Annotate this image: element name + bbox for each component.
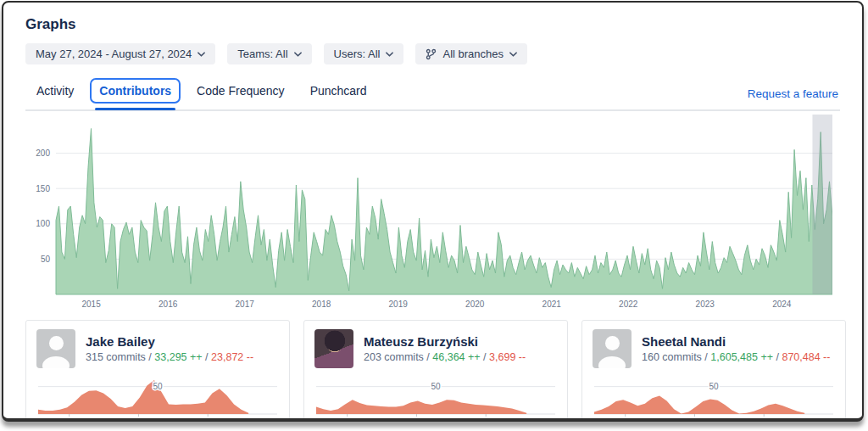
svg-text:50: 50 — [431, 382, 441, 391]
svg-text:2019: 2019 — [389, 299, 409, 309]
contributor-name: Sheetal Nandi — [642, 334, 830, 349]
separator: / — [205, 351, 208, 363]
screenshot-frame: Graphs May 27, 2024 - August 27, 2024 Te… — [2, 1, 864, 422]
users-label: Users: All — [334, 48, 381, 60]
commit-count: 160 commits — [642, 351, 702, 363]
tab-code-frequency[interactable]: Code Frequency — [187, 78, 294, 104]
svg-text:JUNE: JUNE — [337, 419, 357, 422]
chevron-down-icon — [386, 52, 393, 57]
contributor-card: Mateusz Burzyński 203 commits / 46,364 +… — [303, 320, 568, 422]
tab-activity[interactable]: Activity — [27, 78, 83, 104]
svg-text:2023: 2023 — [696, 299, 715, 309]
page-title: Graphs — [25, 16, 840, 33]
users-filter[interactable]: Users: All — [324, 43, 404, 64]
svg-text:150: 150 — [36, 184, 50, 193]
svg-text:2022: 2022 — [619, 299, 638, 309]
branches-label: All branches — [442, 48, 504, 60]
svg-text:AUGUST: AUGUST — [192, 419, 223, 422]
commit-count: 203 commits — [364, 351, 424, 363]
contributor-mini-chart: 50JUNEJULYAUGUST — [593, 373, 835, 422]
contributors-commit-chart[interactable]: 5010015020020152016201720182019202020212… — [25, 115, 832, 311]
svg-text:2021: 2021 — [542, 299, 562, 309]
contributor-card: Sheetal Nandi 160 commits / 1,605,485 ++… — [581, 320, 846, 422]
contributor-name: Mateusz Burzyński — [364, 334, 526, 349]
chevron-down-icon — [198, 52, 205, 57]
contributor-stats: 160 commits / 1,605,485 ++ / 870,484 -- — [642, 351, 830, 363]
svg-text:JUNE: JUNE — [615, 419, 635, 422]
svg-text:AUGUST: AUGUST — [470, 419, 501, 422]
separator: / — [704, 351, 707, 363]
contributor-mini-chart: 50JUNEJULYAUGUST — [314, 373, 557, 422]
git-branch-icon — [426, 48, 437, 60]
chevron-down-icon — [509, 52, 517, 57]
separator: / — [148, 351, 151, 363]
teams-filter[interactable]: Teams: All — [227, 43, 311, 64]
svg-text:2016: 2016 — [159, 299, 178, 309]
contributor-name: Jake Bailey — [86, 334, 253, 349]
contributor-cards: Jake Bailey 315 commits / 33,295 ++ / 23… — [25, 320, 840, 422]
avatar — [593, 329, 632, 368]
svg-text:50: 50 — [153, 382, 163, 391]
teams-label: Teams: All — [237, 48, 287, 60]
deletions: 23,872 -- — [211, 351, 253, 363]
svg-text:200: 200 — [36, 148, 50, 158]
tab-punchcard[interactable]: Punchcard — [301, 78, 376, 104]
contributor-stats: 203 commits / 46,364 ++ / 3,699 -- — [364, 351, 526, 363]
svg-text:JULY: JULY — [130, 419, 147, 422]
svg-text:2024: 2024 — [772, 299, 792, 309]
deletions: 3,699 -- — [489, 351, 526, 363]
date-range-label: May 27, 2024 - August 27, 2024 — [36, 48, 192, 60]
contributor-mini-chart: 50JUNEJULYAUGUST — [36, 373, 279, 422]
chevron-down-icon — [294, 52, 302, 57]
additions: 46,364 ++ — [432, 351, 480, 363]
svg-text:JUNE: JUNE — [59, 419, 79, 422]
contributor-stats: 315 commits / 33,295 ++ / 23,872 -- — [86, 351, 253, 363]
svg-text:2015: 2015 — [82, 299, 102, 309]
branches-filter[interactable]: All branches — [415, 43, 527, 64]
request-feature-link[interactable]: Request a feature — [748, 87, 838, 104]
additions: 1,605,485 ++ — [710, 351, 773, 363]
separator: / — [483, 351, 486, 363]
svg-text:50: 50 — [41, 255, 51, 264]
tab-contributors[interactable]: Contributors — [90, 78, 181, 104]
svg-text:50: 50 — [709, 382, 719, 391]
svg-text:JULY: JULY — [686, 419, 704, 422]
avatar — [36, 329, 75, 368]
commit-count: 315 commits — [86, 351, 146, 363]
svg-text:JULY: JULY — [408, 419, 426, 422]
separator: / — [426, 351, 429, 363]
deletions: 870,484 -- — [782, 351, 830, 363]
svg-text:2017: 2017 — [236, 299, 255, 309]
date-range-filter[interactable]: May 27, 2024 - August 27, 2024 — [25, 43, 215, 64]
avatar-photo — [314, 329, 353, 368]
svg-text:100: 100 — [36, 219, 50, 228]
filter-bar: May 27, 2024 - August 27, 2024 Teams: Al… — [25, 43, 840, 64]
tab-bar: Activity Contributors Code Frequency Pun… — [25, 78, 840, 111]
contributor-card: Jake Bailey 315 commits / 33,295 ++ / 23… — [25, 320, 290, 422]
additions: 33,295 ++ — [154, 351, 202, 363]
separator: / — [776, 351, 778, 363]
svg-text:2018: 2018 — [312, 299, 331, 309]
svg-text:AUGUST: AUGUST — [748, 419, 779, 422]
svg-text:2020: 2020 — [465, 299, 485, 309]
